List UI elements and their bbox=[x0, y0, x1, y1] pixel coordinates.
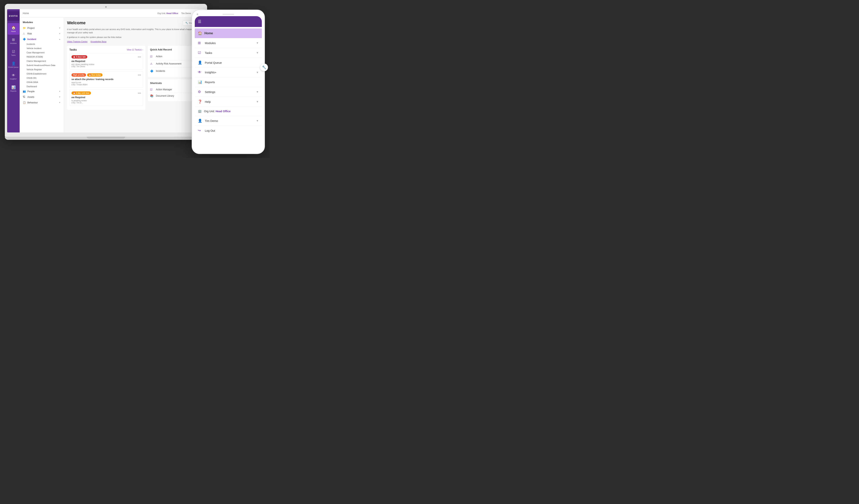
task-menu-button[interactable]: ••• bbox=[138, 55, 141, 59]
phone-nav-item-portal-queue[interactable]: 👤 Portal Queue bbox=[195, 58, 262, 67]
sub-dashboard[interactable]: Dashboard bbox=[20, 84, 64, 89]
phone-insights-icon: 👁 bbox=[198, 70, 202, 74]
task-item: ⏰ 3 days late ••• ew Required ent Librar… bbox=[69, 53, 143, 70]
logo-text: EVOTIX bbox=[9, 15, 18, 17]
hamburger-icon[interactable]: ☰ bbox=[198, 19, 201, 24]
phone-portal-icon: 👤 bbox=[198, 61, 202, 65]
phone-portal-label: Portal Queue bbox=[205, 61, 259, 64]
phone-tasks-label: Tasks bbox=[205, 51, 254, 54]
chevron-down-icon: ▼ bbox=[256, 71, 259, 74]
phone-device: ☰ 🏠 Home ⊞ Modules ▼ ☑ Tasks bbox=[192, 10, 265, 154]
video-training-link[interactable]: Video Training Centre bbox=[67, 41, 88, 43]
page-title: Welcome bbox=[67, 20, 86, 26]
breadcrumb: Home bbox=[23, 12, 29, 15]
phone-logout-label: Log Out bbox=[205, 129, 259, 132]
phone-settings-label: Settings bbox=[205, 90, 254, 94]
action-manager-icon: ☑ bbox=[150, 88, 154, 91]
sub-osha-301[interactable]: OSHA 301 bbox=[20, 76, 64, 80]
phone-reports-icon: 📊 bbox=[198, 80, 202, 84]
knowledge-base-link[interactable]: Knowledge Base bbox=[91, 41, 107, 43]
phone-nav-item-home[interactable]: 🏠 Home bbox=[195, 29, 262, 38]
laptop-device: EVOTIX 🏠 Home ⊞ Modules ☑ Tasks bbox=[5, 4, 207, 144]
user-menu[interactable]: Tim Demo bbox=[181, 12, 191, 14]
phone-tasks-icon: ☑ bbox=[198, 51, 202, 55]
chevron-right-icon: › bbox=[142, 48, 143, 51]
phone-nav-item-modules[interactable]: ⊞ Modules ▼ bbox=[195, 38, 262, 48]
welcome-description: d our health and safety portal where you… bbox=[67, 28, 202, 34]
sub-claims-management[interactable]: Claims Management bbox=[20, 59, 64, 63]
phone-top-bar bbox=[195, 13, 262, 16]
sub-case-management[interactable]: Case Management bbox=[20, 50, 64, 55]
sidebar-insights-label: Insights+ bbox=[10, 78, 17, 80]
phone-logout-icon: ↪ bbox=[198, 128, 202, 133]
module-risk[interactable]: ⚠ Risk ▼ bbox=[20, 31, 64, 36]
phone-user-item[interactable]: 👤 Tim Demo ▼ bbox=[195, 116, 262, 126]
risk-icon: ⚠ bbox=[150, 62, 154, 65]
behaviour-icon: 📋 bbox=[23, 101, 26, 104]
incident-icon: 🔷 bbox=[23, 38, 26, 41]
sub-osha-300a[interactable]: OSHA 300A bbox=[20, 80, 64, 84]
phone-nav-item-insights[interactable]: 👁 Insights+ ▼ bbox=[195, 67, 262, 77]
phone-reports-label: Reports bbox=[205, 80, 259, 84]
sub-vehicle-register[interactable]: Vehicle Register bbox=[20, 67, 64, 72]
task-title: se attach the photos / training records bbox=[72, 78, 141, 81]
module-assets[interactable]: 🏗 Assets ▼ bbox=[20, 94, 64, 100]
sidebar-item-modules[interactable]: ⊞ Modules bbox=[8, 35, 19, 47]
chevron-down-icon: ▼ bbox=[256, 51, 259, 54]
module-behaviour[interactable]: 📋 Behaviour ▼ bbox=[20, 100, 64, 105]
laptop-camera bbox=[105, 6, 107, 8]
sub-osha-establishment[interactable]: OSHA Establishment bbox=[20, 72, 64, 76]
logo: EVOTIX bbox=[7, 11, 20, 21]
chevron-down-icon: ▼ bbox=[256, 119, 259, 122]
document-library-icon: 📚 bbox=[150, 94, 154, 97]
phone-help-label: Help bbox=[205, 100, 254, 104]
task-meta: ent Library awaiting review bbox=[72, 63, 141, 65]
task-menu-button[interactable]: ••• bbox=[138, 73, 141, 77]
due-badge: ⏰ Due today bbox=[87, 73, 102, 77]
tasks-panel: Tasks View 11 Task(s) › bbox=[67, 46, 146, 110]
phone-nav-item-reports[interactable]: 📊 Reports bbox=[195, 77, 262, 87]
wrench-floating-button[interactable]: 🔧 bbox=[260, 64, 268, 71]
sub-riddor[interactable]: RIDDOR (F2508) bbox=[20, 55, 64, 59]
phone-header: ☰ bbox=[195, 16, 262, 27]
sub-headcount[interactable]: Submit Headcount/Hours Data bbox=[20, 63, 64, 67]
sidebar-item-home[interactable]: 🏠 Home bbox=[8, 23, 19, 35]
modules-title: Modules bbox=[20, 20, 64, 25]
sidebar-item-portal-queue[interactable]: 👤 Portal Queue bbox=[8, 59, 19, 70]
quick-action-label: Action bbox=[156, 55, 195, 58]
sidebar-item-insights[interactable]: 👁 Insights+ bbox=[8, 71, 19, 82]
folder-icon: 📁 bbox=[23, 27, 26, 29]
phone-user-label: Tim Demo bbox=[205, 119, 254, 123]
chevron-down-icon: ▼ bbox=[59, 33, 61, 35]
sidebar-portal-label: Portal Queue bbox=[8, 66, 18, 68]
task-menu-button[interactable]: ••• bbox=[138, 92, 141, 95]
quick-incidents-label: Incidents bbox=[156, 70, 195, 73]
sub-vehicle-incident[interactable]: Vehicle Incident bbox=[20, 46, 64, 50]
phone-org-item[interactable]: 🏢 Org Unit: Head Office bbox=[195, 107, 262, 116]
phone-org-icon: 🏢 bbox=[198, 109, 202, 113]
phone-nav-list: 🏠 Home ⊞ Modules ▼ ☑ Tasks ▼ 👤 bbox=[195, 27, 262, 149]
sidebar-item-tasks[interactable]: ☑ Tasks bbox=[8, 47, 19, 59]
phone-nav-item-settings[interactable]: ⚙ Settings ▼ bbox=[195, 87, 262, 97]
phone-logout-item[interactable]: ↪ Log Out bbox=[195, 126, 262, 135]
view-all-tasks-link[interactable]: View 11 Task(s) › bbox=[127, 48, 143, 51]
phone-modules-icon: ⊞ bbox=[198, 41, 202, 45]
task-item: High priority ⏰ Due today ••• se attach … bbox=[69, 71, 143, 88]
chevron-down-icon: ▼ bbox=[256, 100, 259, 103]
incident-icon: 🔷 bbox=[150, 69, 154, 73]
sub-incidents[interactable]: Incidents bbox=[20, 42, 64, 46]
phone-nav-item-help[interactable]: ❓ Help ▼ bbox=[195, 97, 262, 107]
module-people[interactable]: 👥 People ▼ bbox=[20, 89, 64, 94]
task-submitter: d By: Tristan Alden bbox=[72, 83, 141, 86]
sidebar-item-reports[interactable]: 📊 Reports bbox=[8, 83, 19, 94]
phone-home-icon: 🏠 bbox=[198, 31, 202, 35]
module-project[interactable]: 📁 Project ▼ bbox=[20, 25, 64, 31]
people-icon: 👥 bbox=[23, 90, 26, 93]
task-meta: ts awaiting review bbox=[72, 99, 141, 101]
portal-queue-icon: 👤 bbox=[11, 61, 16, 66]
phone-nav-item-tasks[interactable]: ☑ Tasks ▼ bbox=[195, 48, 262, 58]
content-layout: Modules 📁 Project ▼ ⚠ Risk ▼ bbox=[20, 17, 205, 132]
wrench-icon: 🔧 bbox=[185, 22, 188, 24]
document-library-label: Document Library bbox=[156, 95, 197, 97]
module-incident[interactable]: 🔷 Incident ▲ bbox=[20, 36, 64, 42]
